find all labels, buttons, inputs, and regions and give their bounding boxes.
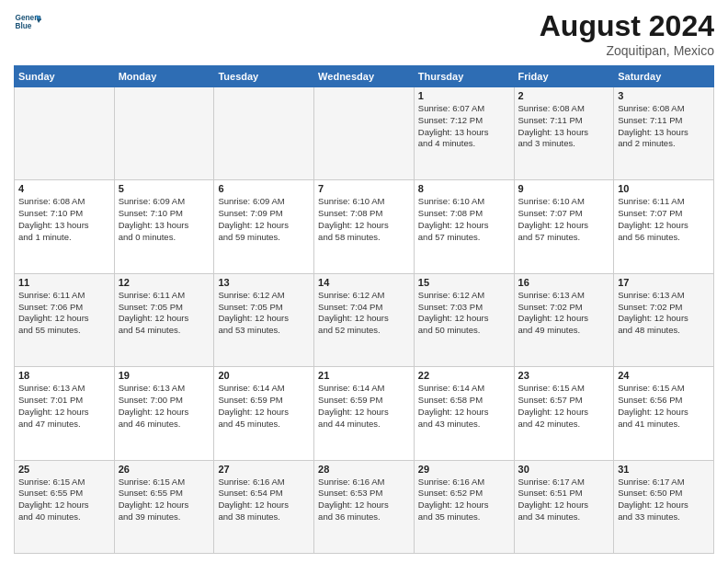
- day-number: 5: [119, 183, 210, 194]
- calendar-cell: 14Sunrise: 6:12 AMSunset: 7:04 PMDayligh…: [314, 273, 415, 366]
- day-number: 16: [518, 277, 610, 288]
- calendar-week-row: 18Sunrise: 6:13 AMSunset: 7:01 PMDayligh…: [15, 367, 714, 460]
- day-info: Sunrise: 6:08 AMSunset: 7:11 PMDaylight:…: [518, 103, 610, 150]
- calendar-cell: 31Sunrise: 6:17 AMSunset: 6:50 PMDayligh…: [614, 460, 714, 553]
- calendar-cell: 28Sunrise: 6:16 AMSunset: 6:53 PMDayligh…: [314, 460, 415, 553]
- calendar-cell: 13Sunrise: 6:12 AMSunset: 7:05 PMDayligh…: [214, 273, 314, 366]
- day-info: Sunrise: 6:11 AMSunset: 7:07 PMDaylight:…: [618, 196, 710, 243]
- day-info: Sunrise: 6:17 AMSunset: 6:51 PMDaylight:…: [518, 477, 610, 523]
- day-number: 4: [18, 183, 110, 194]
- day-info: Sunrise: 6:14 AMSunset: 6:59 PMDaylight:…: [318, 383, 410, 430]
- calendar-cell: [15, 87, 115, 180]
- calendar-cell: 22Sunrise: 6:14 AMSunset: 6:58 PMDayligh…: [414, 367, 514, 460]
- calendar-cell: 20Sunrise: 6:14 AMSunset: 6:59 PMDayligh…: [214, 367, 314, 460]
- calendar-cell: 27Sunrise: 6:16 AMSunset: 6:54 PMDayligh…: [214, 460, 314, 553]
- calendar-cell: 30Sunrise: 6:17 AMSunset: 6:51 PMDayligh…: [514, 460, 614, 553]
- calendar-cell: 3Sunrise: 6:08 AMSunset: 7:11 PMDaylight…: [614, 87, 714, 180]
- calendar-cell: 23Sunrise: 6:15 AMSunset: 6:57 PMDayligh…: [514, 367, 614, 460]
- day-number: 28: [318, 464, 410, 475]
- calendar-week-row: 1Sunrise: 6:07 AMSunset: 7:12 PMDaylight…: [15, 87, 714, 180]
- day-info: Sunrise: 6:16 AMSunset: 6:54 PMDaylight:…: [218, 477, 310, 523]
- day-number: 2: [518, 90, 610, 101]
- day-number: 7: [318, 183, 410, 194]
- day-number: 24: [618, 370, 710, 381]
- calendar-cell: 1Sunrise: 6:07 AMSunset: 7:12 PMDaylight…: [414, 87, 514, 180]
- day-info: Sunrise: 6:15 AMSunset: 6:57 PMDaylight:…: [518, 383, 610, 430]
- month-title: August 2024: [540, 9, 714, 43]
- calendar-cell: 12Sunrise: 6:11 AMSunset: 7:05 PMDayligh…: [114, 273, 214, 366]
- calendar-cell: 17Sunrise: 6:13 AMSunset: 7:02 PMDayligh…: [614, 273, 714, 366]
- calendar-cell: 8Sunrise: 6:10 AMSunset: 7:08 PMDaylight…: [414, 180, 514, 273]
- weekday-header: Saturday: [614, 66, 714, 87]
- day-info: Sunrise: 6:12 AMSunset: 7:03 PMDaylight:…: [418, 290, 510, 337]
- calendar-cell: 26Sunrise: 6:15 AMSunset: 6:55 PMDayligh…: [114, 460, 214, 553]
- day-number: 13: [218, 277, 310, 288]
- header: General Blue August 2024 Zoquitipan, Mex…: [14, 9, 714, 58]
- day-info: Sunrise: 6:12 AMSunset: 7:04 PMDaylight:…: [318, 290, 410, 337]
- day-info: Sunrise: 6:17 AMSunset: 6:50 PMDaylight:…: [618, 477, 710, 523]
- day-info: Sunrise: 6:08 AMSunset: 7:11 PMDaylight:…: [618, 103, 710, 150]
- day-number: 18: [18, 370, 110, 381]
- calendar-cell: [114, 87, 214, 180]
- calendar-cell: 4Sunrise: 6:08 AMSunset: 7:10 PMDaylight…: [15, 180, 115, 273]
- calendar-cell: 19Sunrise: 6:13 AMSunset: 7:00 PMDayligh…: [114, 367, 214, 460]
- calendar-table: SundayMondayTuesdayWednesdayThursdayFrid…: [14, 65, 714, 554]
- weekday-header: Sunday: [15, 66, 115, 87]
- day-info: Sunrise: 6:08 AMSunset: 7:10 PMDaylight:…: [18, 196, 110, 243]
- day-info: Sunrise: 6:07 AMSunset: 7:12 PMDaylight:…: [418, 103, 510, 150]
- day-info: Sunrise: 6:12 AMSunset: 7:05 PMDaylight:…: [218, 290, 310, 337]
- day-info: Sunrise: 6:11 AMSunset: 7:06 PMDaylight:…: [18, 290, 110, 337]
- calendar-cell: 21Sunrise: 6:14 AMSunset: 6:59 PMDayligh…: [314, 367, 415, 460]
- day-number: 10: [618, 183, 710, 194]
- day-info: Sunrise: 6:15 AMSunset: 6:56 PMDaylight:…: [618, 383, 710, 430]
- weekday-header: Monday: [114, 66, 214, 87]
- calendar-week-row: 4Sunrise: 6:08 AMSunset: 7:10 PMDaylight…: [15, 180, 714, 273]
- day-info: Sunrise: 6:14 AMSunset: 6:59 PMDaylight:…: [218, 383, 310, 430]
- day-number: 21: [318, 370, 410, 381]
- calendar-cell: 11Sunrise: 6:11 AMSunset: 7:06 PMDayligh…: [15, 273, 115, 366]
- logo-icon: General Blue: [14, 9, 41, 37]
- day-number: 11: [18, 277, 110, 288]
- weekday-header: Friday: [514, 66, 614, 87]
- day-number: 25: [18, 464, 110, 475]
- day-number: 9: [518, 183, 610, 194]
- day-number: 6: [218, 183, 310, 194]
- day-info: Sunrise: 6:13 AMSunset: 7:00 PMDaylight:…: [119, 383, 210, 430]
- calendar-week-row: 11Sunrise: 6:11 AMSunset: 7:06 PMDayligh…: [15, 273, 714, 366]
- page: General Blue August 2024 Zoquitipan, Mex…: [0, 0, 728, 563]
- logo: General Blue: [14, 9, 41, 37]
- calendar-cell: 29Sunrise: 6:16 AMSunset: 6:52 PMDayligh…: [414, 460, 514, 553]
- calendar-cell: 25Sunrise: 6:15 AMSunset: 6:55 PMDayligh…: [15, 460, 115, 553]
- svg-text:Blue: Blue: [16, 22, 32, 30]
- day-info: Sunrise: 6:13 AMSunset: 7:01 PMDaylight:…: [18, 383, 110, 430]
- calendar-cell: [214, 87, 314, 180]
- day-info: Sunrise: 6:16 AMSunset: 6:53 PMDaylight:…: [318, 477, 410, 523]
- calendar-cell: 6Sunrise: 6:09 AMSunset: 7:09 PMDaylight…: [214, 180, 314, 273]
- weekday-header: Wednesday: [314, 66, 415, 87]
- weekday-header: Thursday: [414, 66, 514, 87]
- day-number: 19: [119, 370, 210, 381]
- calendar-cell: 9Sunrise: 6:10 AMSunset: 7:07 PMDaylight…: [514, 180, 614, 273]
- day-number: 27: [218, 464, 310, 475]
- calendar-cell: 18Sunrise: 6:13 AMSunset: 7:01 PMDayligh…: [15, 367, 115, 460]
- calendar-cell: 5Sunrise: 6:09 AMSunset: 7:10 PMDaylight…: [114, 180, 214, 273]
- calendar-cell: 10Sunrise: 6:11 AMSunset: 7:07 PMDayligh…: [614, 180, 714, 273]
- day-info: Sunrise: 6:13 AMSunset: 7:02 PMDaylight:…: [618, 290, 710, 337]
- day-info: Sunrise: 6:09 AMSunset: 7:09 PMDaylight:…: [218, 196, 310, 243]
- day-number: 1: [418, 90, 510, 101]
- weekday-header: Tuesday: [214, 66, 314, 87]
- day-number: 14: [318, 277, 410, 288]
- day-number: 3: [618, 90, 710, 101]
- calendar-cell: 15Sunrise: 6:12 AMSunset: 7:03 PMDayligh…: [414, 273, 514, 366]
- day-number: 12: [119, 277, 210, 288]
- day-number: 26: [119, 464, 210, 475]
- day-info: Sunrise: 6:11 AMSunset: 7:05 PMDaylight:…: [119, 290, 210, 337]
- day-number: 20: [218, 370, 310, 381]
- calendar-cell: 7Sunrise: 6:10 AMSunset: 7:08 PMDaylight…: [314, 180, 415, 273]
- title-block: August 2024 Zoquitipan, Mexico: [540, 9, 714, 58]
- day-info: Sunrise: 6:10 AMSunset: 7:08 PMDaylight:…: [418, 196, 510, 243]
- day-info: Sunrise: 6:10 AMSunset: 7:07 PMDaylight:…: [518, 196, 610, 243]
- day-info: Sunrise: 6:14 AMSunset: 6:58 PMDaylight:…: [418, 383, 510, 430]
- day-number: 8: [418, 183, 510, 194]
- day-info: Sunrise: 6:15 AMSunset: 6:55 PMDaylight:…: [119, 477, 210, 523]
